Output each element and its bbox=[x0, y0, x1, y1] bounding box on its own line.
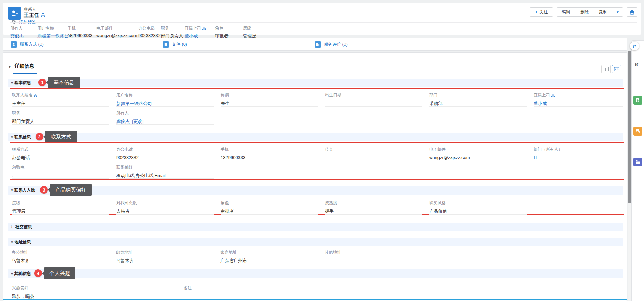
follow-button[interactable]: + 关注 bbox=[530, 7, 553, 17]
field-owner: 所有人 龚俊杰 [更改] bbox=[116, 110, 214, 125]
section-header-address-info[interactable]: ∨ 地址信息 bbox=[8, 238, 623, 246]
section-header-other-info[interactable]: ∨ 其他信息 bbox=[8, 269, 623, 278]
annotation-tooltip-4: 个人兴趣 bbox=[44, 267, 75, 279]
change-owner-link[interactable]: [更改] bbox=[132, 119, 143, 124]
field-office-phone: 办公电话 902332332 bbox=[116, 147, 214, 161]
chat-tool-icon[interactable] bbox=[633, 127, 642, 136]
contact-header-card: 联系人 王主任 添加标签 + 关注 编辑 删除 复制 ▼ 所有人 龚俊杰 bbox=[3, 3, 641, 35]
contact-name: 王主任 bbox=[24, 12, 39, 19]
section-caret-icon: ∨ bbox=[11, 81, 13, 84]
org-chart-icon bbox=[202, 27, 206, 30]
edit-button[interactable]: 编辑 bbox=[557, 8, 575, 16]
field-maturity: 成熟度 握手 bbox=[325, 200, 422, 215]
field-account-name: 用户名称 新疆第一铁路公司 bbox=[116, 92, 214, 107]
contact-avatar-icon bbox=[8, 7, 21, 20]
copy-button[interactable]: 复制 bbox=[594, 8, 612, 16]
scrollbar-thumb[interactable] bbox=[628, 51, 631, 203]
folder-tool-icon[interactable] bbox=[633, 158, 642, 166]
field-attitude: 对我司态度 支持者 bbox=[116, 200, 214, 215]
collapse-caret-icon[interactable]: ▼ bbox=[8, 65, 11, 69]
account-link[interactable]: 新疆第一铁路公司 bbox=[116, 101, 214, 107]
annotation-badge-2: 2 bbox=[36, 133, 43, 140]
annotation-outline-network: 层级 管理层 对我司态度 支持者 角色 审批者 成熟度 握手 购买风格 产品价值 bbox=[10, 196, 624, 215]
field-office-address: 办公地址 乌鲁木齐 bbox=[12, 250, 109, 264]
tab-contact-methods[interactable]: 联系方式 (0) bbox=[11, 41, 44, 48]
more-actions-dropdown[interactable]: ▼ bbox=[612, 8, 623, 16]
address-fields: 办公地址 乌鲁木齐 邮寄地址 乌鲁木齐 家庭地址 广东省广州市 其他地址 bbox=[3, 250, 627, 270]
section-header-network[interactable]: ∨ 联系人人脉 bbox=[8, 186, 623, 195]
field-mobile: 手机 1329900333 bbox=[221, 147, 318, 161]
field-other-address: 其他地址 bbox=[325, 250, 422, 264]
section-caret-icon: ∨ bbox=[11, 135, 13, 139]
org-chart-icon bbox=[551, 94, 555, 97]
tab-service-rating[interactable]: 服务评价 (0) bbox=[315, 41, 348, 48]
section-caret-icon: ∨ bbox=[11, 240, 13, 244]
supervisor-link[interactable]: 董小成 bbox=[534, 101, 623, 107]
annotation-tooltip-2: 联系方式 bbox=[45, 131, 77, 142]
field-contact-preference: 联系偏好 移动电话;办公电话;Email bbox=[116, 164, 214, 179]
field-owner-department: 部门（所有人） IT bbox=[534, 147, 623, 161]
summary-office-phone: 办公电话 902332332 bbox=[138, 25, 161, 39]
plus-icon: + bbox=[535, 9, 538, 15]
annotation-badge-3: 3 bbox=[40, 186, 48, 194]
section-caret-icon: 〉 bbox=[11, 225, 14, 229]
section-header-social-info[interactable]: 〉 社交信息 bbox=[8, 223, 623, 231]
field-hobbies: 兴趣爱好 跑步，喝茶 bbox=[12, 285, 177, 300]
expand-width-button[interactable] bbox=[612, 65, 621, 73]
field-department: 部门 采购部 bbox=[429, 92, 527, 107]
section-header-contact-info[interactable]: ∨ 联系信息 bbox=[8, 133, 623, 141]
tab-files[interactable]: 文件 (0) bbox=[163, 41, 187, 48]
org-chart-icon bbox=[34, 94, 37, 97]
field-birthday: 出生日期 bbox=[325, 92, 422, 107]
summary-supervisor: 直属上司 董小成 bbox=[185, 25, 215, 39]
bookmark-tool-icon[interactable] bbox=[633, 96, 642, 105]
section-caret-icon: ∨ bbox=[11, 272, 13, 275]
contact-method-icon bbox=[11, 41, 17, 48]
do-not-call-checkbox[interactable] bbox=[12, 173, 16, 177]
field-position: 职务 部门负责人 bbox=[12, 110, 109, 125]
collapse-panel-icon[interactable]: « bbox=[634, 61, 639, 68]
summary-email: 电子邮件 wangzr@zxjxzz.com bbox=[96, 25, 138, 39]
file-icon bbox=[163, 41, 169, 48]
annotation-badge-1: 1 bbox=[38, 79, 46, 86]
vertical-scrollbar[interactable] bbox=[628, 51, 631, 301]
field-salutation: 称谓 先生 bbox=[221, 92, 318, 107]
field-remark: 备注 bbox=[184, 285, 348, 300]
field-supervisor: 直属上司 董小成 bbox=[534, 92, 623, 107]
field-home-address: 家庭地址 广东省广州市 bbox=[220, 250, 318, 264]
layout-toggle-button[interactable] bbox=[601, 65, 611, 73]
swap-panel-button[interactable]: ⇄ bbox=[630, 42, 639, 50]
field-level: 层级 管理层 bbox=[12, 200, 109, 215]
summary-level: 层级 管理层 bbox=[243, 25, 256, 39]
right-utility-rail: « bbox=[631, 40, 644, 301]
field-buying-style: 购买风格 产品价值 bbox=[429, 200, 527, 215]
field-email: 电子邮件 wangzr@zxjxzz.com bbox=[429, 147, 527, 161]
summary-mobile: 手机 1329900333 bbox=[68, 25, 96, 39]
field-contact-method: 联系方式 办公电话 bbox=[12, 147, 109, 161]
annotation-outline-other-info: 兴趣爱好 跑步，喝茶 备注 bbox=[10, 281, 624, 301]
annotation-tooltip-3: 产品购买偏好 bbox=[50, 184, 92, 196]
summary-role: 角色 审批者 bbox=[215, 25, 243, 39]
field-mailing-address: 邮寄地址 乌鲁木齐 bbox=[116, 250, 213, 264]
section-header-basic-info[interactable]: ∨ 基本信息 bbox=[8, 79, 623, 87]
delete-button[interactable]: 删除 bbox=[575, 8, 594, 16]
summary-position: 职务 部门负责人 bbox=[161, 25, 185, 39]
section-caret-icon: ∨ bbox=[11, 188, 13, 192]
summary-account: 用户名称 新疆第一铁路公司 bbox=[37, 25, 68, 39]
summary-field-row: 所有人 龚俊杰 用户名称 新疆第一铁路公司 手机 1329900333 电子邮件… bbox=[10, 22, 637, 39]
org-chart-icon[interactable] bbox=[41, 13, 45, 18]
detail-card: ▼ 详细信息 ∨ 基本信息 联系人姓名 王主任 用户名称 新疆第一铁路公司 称谓… bbox=[3, 52, 627, 301]
entity-type-label: 联系人 bbox=[24, 7, 36, 12]
detail-title: 详细信息 bbox=[15, 63, 34, 69]
action-button-group: 编辑 删除 复制 ▼ bbox=[557, 7, 623, 17]
annotation-outline-basic-info: 联系人姓名 王主任 用户名称 新疆第一铁路公司 称谓 先生 出生日期 部门 采购… bbox=[10, 88, 624, 127]
related-tabs-card: 联系方式 (0) 文件 (0) 服务评价 (0) bbox=[3, 38, 627, 51]
field-contact-name: 联系人姓名 王主任 bbox=[12, 92, 109, 107]
page: { "header": { "entity_type": "联系人", "nam… bbox=[0, 0, 644, 301]
active-tab-indicator bbox=[13, 73, 37, 74]
annotation-tooltip-1: 基本信息 bbox=[48, 77, 80, 88]
owner-link[interactable]: 龚俊杰 bbox=[116, 119, 130, 124]
field-do-not-call: 勿致电 bbox=[12, 164, 109, 179]
print-button[interactable] bbox=[627, 7, 637, 17]
annotation-badge-4: 4 bbox=[34, 269, 42, 277]
